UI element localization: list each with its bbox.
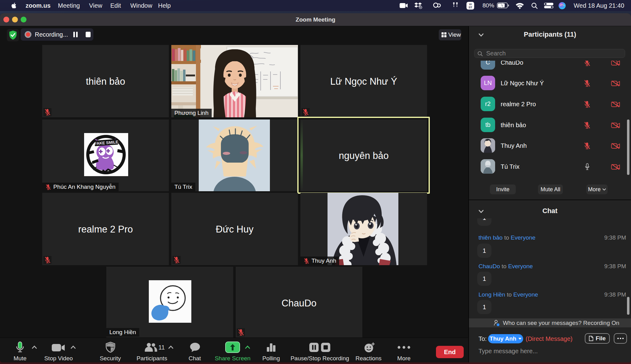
svg-text:VI: VI [469, 3, 472, 6]
svg-text:ST: ST [469, 6, 472, 9]
